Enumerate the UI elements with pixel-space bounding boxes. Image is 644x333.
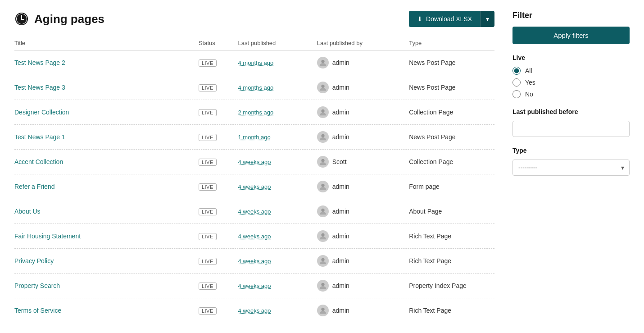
radio-all[interactable]: All (512, 67, 630, 75)
cell-title[interactable]: Refer a Friend (14, 183, 199, 190)
radio-yes[interactable]: Yes (512, 78, 630, 87)
live-filter-title: Live (512, 54, 630, 61)
cell-type: News Post Page (409, 84, 494, 91)
live-badge: LIVE (199, 208, 217, 215)
page-link[interactable]: Test News Page 1 (14, 133, 65, 141)
cell-last-published: 4 weeks ago (238, 208, 317, 215)
cell-title[interactable]: Privacy Policy (14, 257, 199, 265)
published-by-name: Scott (332, 158, 347, 165)
apply-filters-button[interactable]: Apply filters (512, 27, 630, 44)
cell-type: Collection Page (409, 109, 494, 116)
table-row: Test News Page 1 LIVE 1 month ago admin … (14, 125, 494, 150)
download-button-group[interactable]: ⬇ Download XLSX ▾ (409, 11, 494, 27)
cell-status: LIVE (199, 208, 238, 215)
cell-status: LIVE (199, 133, 238, 141)
cell-title[interactable]: Property Search (14, 282, 199, 289)
avatar (317, 280, 329, 292)
page-link[interactable]: About Us (14, 208, 41, 215)
radio-all-input[interactable] (512, 67, 521, 75)
page-title: Aging pages (34, 12, 104, 26)
published-by-name: admin (332, 59, 349, 66)
published-by-name: admin (332, 282, 349, 289)
svg-point-14 (321, 283, 324, 286)
page-link[interactable]: Privacy Policy (14, 257, 54, 265)
col-title: Title (14, 40, 199, 46)
radio-yes-input[interactable] (512, 78, 521, 87)
svg-point-7 (321, 109, 324, 113)
published-by-name: admin (332, 257, 349, 265)
col-type: Type (409, 40, 494, 46)
cell-type: Property Index Page (409, 282, 494, 289)
cell-status: LIVE (199, 84, 238, 91)
col-status: Status (199, 40, 238, 46)
cell-title[interactable]: Designer Collection (14, 109, 199, 116)
avatar (317, 82, 329, 93)
cell-type: News Post Page (409, 133, 494, 141)
cell-title[interactable]: Test News Page 1 (14, 133, 199, 141)
page-link[interactable]: Refer a Friend (14, 183, 54, 190)
cell-published-by: admin (317, 205, 409, 217)
table-row: Property Search LIVE 4 weeks ago admin P… (14, 274, 494, 298)
published-by-name: admin (332, 233, 349, 240)
last-published-date-input[interactable] (512, 121, 630, 137)
cell-title[interactable]: Test News Page 3 (14, 84, 199, 91)
page-link[interactable]: Fair Housing Statement (14, 233, 81, 240)
download-xlsx-button[interactable]: ⬇ Download XLSX (409, 11, 480, 27)
cell-last-published: 4 months ago (238, 59, 317, 66)
radio-no-label: No (525, 91, 533, 98)
cell-last-published: 4 weeks ago (238, 258, 317, 265)
radio-no-input[interactable] (512, 90, 521, 98)
published-by-name: admin (332, 133, 349, 141)
cell-published-by: admin (317, 131, 409, 143)
col-last-published: Last published (238, 40, 317, 46)
type-select[interactable]: ---------News Post PageCollection PageFo… (512, 160, 630, 176)
avatar (317, 230, 329, 242)
cell-status: LIVE (199, 158, 238, 166)
table-header: Title Status Last published Last publish… (14, 40, 494, 50)
avatar (317, 156, 329, 168)
cell-published-by: Scott (317, 156, 409, 168)
live-badge: LIVE (199, 134, 217, 141)
page-link[interactable]: Designer Collection (14, 109, 69, 116)
cell-status: LIVE (199, 233, 238, 240)
cell-title[interactable]: Accent Collection (14, 158, 199, 165)
svg-point-8 (321, 134, 324, 137)
page-link[interactable]: Property Search (14, 282, 60, 289)
cell-type: Collection Page (409, 158, 494, 165)
cell-last-published: 4 weeks ago (238, 159, 317, 165)
live-badge: LIVE (199, 283, 217, 290)
page-link[interactable]: Accent Collection (14, 158, 63, 165)
page-title-area: Aging pages (14, 12, 104, 26)
svg-point-15 (321, 308, 324, 311)
cell-type: Rich Text Page (409, 233, 494, 240)
published-by-name: admin (332, 84, 349, 91)
live-badge: LIVE (199, 307, 217, 315)
page-link[interactable]: Test News Page 2 (14, 59, 65, 66)
col-last-published-by: Last published by (317, 40, 409, 46)
table-row: Terms of Service LIVE 4 weeks ago admin … (14, 298, 494, 323)
page-header: Aging pages ⬇ Download XLSX ▾ (14, 11, 494, 27)
svg-point-5 (321, 60, 324, 63)
avatar (317, 131, 329, 143)
cell-last-published: 4 weeks ago (238, 283, 317, 289)
cell-title[interactable]: Terms of Service (14, 307, 199, 314)
page-link[interactable]: Test News Page 3 (14, 84, 65, 91)
cell-title[interactable]: Test News Page 2 (14, 59, 199, 66)
cell-type: Form page (409, 183, 494, 190)
cell-status: LIVE (199, 183, 238, 191)
table-row: Privacy Policy LIVE 4 weeks ago admin Ri… (14, 249, 494, 274)
page-link[interactable]: Terms of Service (14, 307, 61, 314)
download-dropdown-arrow[interactable]: ▾ (480, 11, 494, 27)
published-by-name: admin (332, 307, 349, 314)
cell-title[interactable]: About Us (14, 208, 199, 215)
table-row: Refer a Friend LIVE 4 weeks ago admin Fo… (14, 174, 494, 199)
avatar (317, 255, 329, 267)
cell-title[interactable]: Fair Housing Statement (14, 233, 199, 240)
type-select-wrapper: ---------News Post PageCollection PageFo… (512, 160, 630, 176)
svg-point-9 (321, 159, 324, 162)
radio-no[interactable]: No (512, 90, 630, 98)
svg-point-13 (321, 258, 324, 261)
clock-icon (14, 12, 29, 26)
avatar (317, 181, 329, 192)
radio-all-label: All (525, 67, 532, 74)
